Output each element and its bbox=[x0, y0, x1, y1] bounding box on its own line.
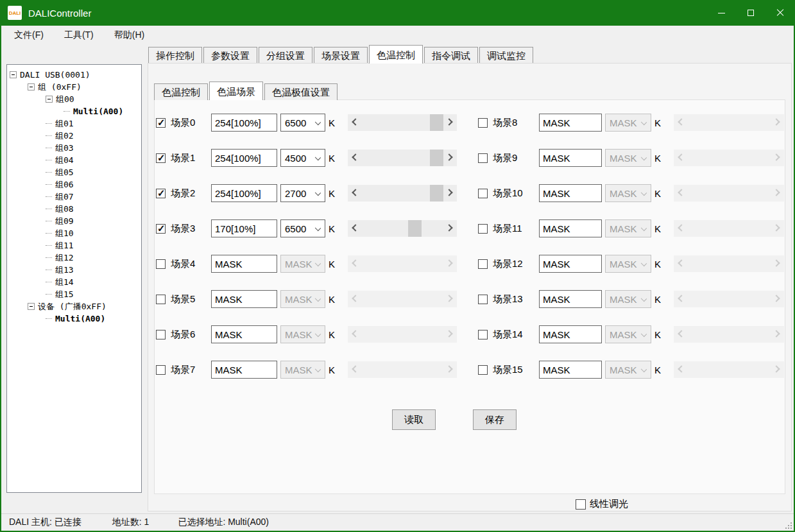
scroll-left-icon[interactable] bbox=[678, 118, 685, 125]
tree-item[interactable]: DALI USB(0001) bbox=[7, 69, 141, 81]
scene-level-input[interactable] bbox=[539, 184, 602, 202]
scroll-right-icon[interactable] bbox=[773, 330, 780, 337]
linear-dimming-checkbox[interactable] bbox=[576, 499, 586, 510]
scene-temp-scrollbar[interactable] bbox=[674, 150, 784, 166]
scene-temp-dropdown[interactable]: MASK bbox=[280, 290, 325, 308]
scroll-right-icon[interactable] bbox=[445, 295, 452, 302]
scene-temp-scrollbar[interactable] bbox=[674, 114, 784, 131]
scene-level-input[interactable] bbox=[211, 114, 277, 132]
tree-item[interactable]: 组01 bbox=[7, 117, 141, 130]
subtab-色温控制[interactable]: 色温控制 bbox=[154, 83, 208, 100]
scene-checkbox[interactable] bbox=[156, 295, 166, 304]
scroll-right-icon[interactable] bbox=[445, 189, 452, 196]
scene-checkbox[interactable] bbox=[478, 224, 488, 234]
tree-expand-icon[interactable] bbox=[28, 83, 35, 90]
scroll-right-icon[interactable] bbox=[773, 295, 780, 302]
scroll-left-icon[interactable] bbox=[352, 224, 359, 231]
minimize-button[interactable] bbox=[706, 0, 736, 26]
scene-temp-dropdown[interactable]: 6500 bbox=[280, 219, 325, 237]
scene-checkbox[interactable]: ✓ bbox=[156, 224, 166, 234]
scene-temp-dropdown[interactable]: MASK bbox=[605, 325, 651, 343]
scene-level-input[interactable] bbox=[211, 361, 277, 379]
scene-temp-scrollbar[interactable] bbox=[674, 361, 784, 378]
scene-temp-scrollbar[interactable] bbox=[674, 185, 784, 202]
scene-temp-scrollbar[interactable] bbox=[348, 255, 457, 272]
tree-expand-icon[interactable] bbox=[10, 71, 17, 78]
scene-temp-dropdown[interactable]: MASK bbox=[605, 219, 651, 237]
scene-checkbox[interactable]: ✓ bbox=[156, 153, 166, 163]
scrollbar-thumb[interactable] bbox=[430, 185, 443, 202]
scene-checkbox[interactable] bbox=[156, 259, 166, 269]
subtab-色温场景[interactable]: 色温场景 bbox=[209, 82, 263, 100]
tree-item[interactable]: 组14 bbox=[7, 276, 141, 288]
tree-item[interactable]: Multi(A00) bbox=[7, 313, 141, 325]
scroll-left-icon[interactable] bbox=[352, 365, 359, 372]
scene-temp-scrollbar[interactable] bbox=[674, 326, 784, 343]
tree-item[interactable]: 组05 bbox=[7, 166, 141, 178]
tree-item[interactable]: 组06 bbox=[7, 178, 141, 191]
tree-item[interactable]: 组 (0xFF) bbox=[7, 81, 141, 93]
tree-item[interactable]: 组10 bbox=[7, 227, 141, 239]
scene-temp-dropdown[interactable]: MASK bbox=[280, 361, 325, 379]
scrollbar-thumb[interactable] bbox=[408, 220, 422, 237]
scene-temp-scrollbar[interactable] bbox=[348, 114, 457, 131]
tree-item[interactable]: 组15 bbox=[7, 288, 141, 300]
scene-level-input[interactable] bbox=[211, 255, 277, 273]
tab-参数设置[interactable]: 参数设置 bbox=[203, 47, 257, 64]
scene-checkbox[interactable] bbox=[478, 295, 488, 304]
scene-temp-dropdown[interactable]: MASK bbox=[605, 255, 651, 273]
tree-item[interactable]: 组07 bbox=[7, 191, 141, 203]
tree-item[interactable]: 组09 bbox=[7, 215, 141, 227]
tab-色温控制[interactable]: 色温控制 bbox=[369, 45, 423, 64]
scroll-left-icon[interactable] bbox=[678, 330, 685, 337]
scroll-right-icon[interactable] bbox=[773, 365, 780, 372]
scroll-right-icon[interactable] bbox=[445, 153, 452, 160]
scene-level-input[interactable] bbox=[211, 149, 277, 167]
scrollbar-thumb[interactable] bbox=[430, 150, 443, 166]
scene-temp-scrollbar[interactable] bbox=[674, 255, 784, 272]
scene-checkbox[interactable] bbox=[478, 330, 488, 339]
scroll-right-icon[interactable] bbox=[773, 118, 780, 125]
tree-item[interactable]: 组00 bbox=[7, 93, 141, 105]
scene-temp-dropdown[interactable]: 6500 bbox=[280, 114, 325, 132]
scene-temp-dropdown[interactable]: MASK bbox=[605, 149, 651, 167]
menu-item-1[interactable]: 工具(T) bbox=[56, 26, 101, 44]
tab-指令调试[interactable]: 指令调试 bbox=[424, 47, 478, 64]
scene-temp-scrollbar[interactable] bbox=[348, 291, 457, 307]
tab-操作控制[interactable]: 操作控制 bbox=[148, 47, 202, 64]
scene-level-input[interactable] bbox=[211, 290, 277, 308]
scene-temp-scrollbar[interactable] bbox=[348, 150, 457, 166]
scroll-left-icon[interactable] bbox=[678, 259, 685, 266]
scene-level-input[interactable] bbox=[539, 114, 602, 132]
scene-level-input[interactable] bbox=[539, 290, 602, 308]
scene-checkbox[interactable]: ✓ bbox=[156, 118, 166, 128]
tree-item[interactable]: 组11 bbox=[7, 239, 141, 252]
tab-分组设置[interactable]: 分组设置 bbox=[259, 47, 312, 64]
scroll-right-icon[interactable] bbox=[445, 118, 452, 125]
scene-checkbox[interactable] bbox=[478, 118, 488, 128]
scroll-left-icon[interactable] bbox=[678, 153, 685, 160]
scene-level-input[interactable] bbox=[211, 184, 277, 202]
maximize-button[interactable] bbox=[736, 0, 765, 26]
tree-expand-icon[interactable] bbox=[46, 96, 53, 103]
scene-level-input[interactable] bbox=[539, 149, 602, 167]
tab-调试监控[interactable]: 调试监控 bbox=[479, 47, 533, 64]
scroll-left-icon[interactable] bbox=[678, 189, 685, 196]
menu-item-2[interactable]: 帮助(H) bbox=[107, 26, 152, 44]
scene-temp-dropdown[interactable]: MASK bbox=[280, 255, 325, 273]
scene-checkbox[interactable] bbox=[478, 153, 488, 163]
tree-expand-icon[interactable] bbox=[28, 303, 35, 310]
scrollbar-thumb[interactable] bbox=[430, 114, 443, 131]
close-button[interactable] bbox=[765, 0, 795, 26]
resize-grip[interactable] bbox=[784, 521, 792, 529]
scroll-right-icon[interactable] bbox=[445, 224, 452, 231]
scroll-right-icon[interactable] bbox=[445, 365, 452, 372]
scroll-left-icon[interactable] bbox=[352, 118, 359, 125]
scene-temp-scrollbar[interactable] bbox=[348, 220, 457, 237]
tree-item[interactable]: 组02 bbox=[7, 130, 141, 142]
tree-item[interactable]: 组08 bbox=[7, 203, 141, 215]
scene-level-input[interactable] bbox=[539, 325, 602, 343]
scene-checkbox[interactable] bbox=[478, 365, 488, 375]
scroll-right-icon[interactable] bbox=[445, 330, 452, 337]
scene-temp-dropdown[interactable]: MASK bbox=[605, 290, 651, 308]
